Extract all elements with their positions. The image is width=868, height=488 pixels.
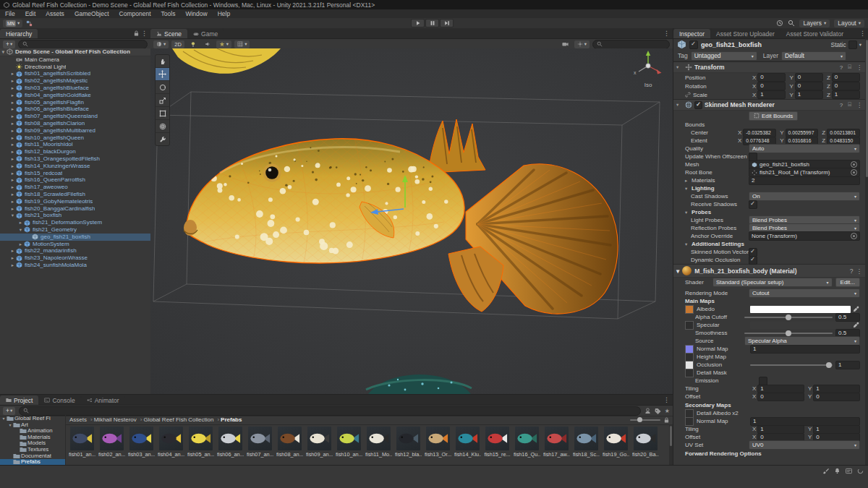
project-asset[interactable]: fish08_an... — [276, 427, 303, 463]
project-folder-item[interactable]: ▾Global Reef Fi — [0, 416, 65, 422]
secondary-normal-texture-thumb[interactable] — [685, 417, 694, 426]
tiling-x-field[interactable]: 1 — [757, 385, 804, 393]
breadcrumb-item[interactable]: Mikhail Nesterov — [94, 416, 142, 423]
expander-icon[interactable]: ▸ — [9, 254, 16, 262]
hierarchy-tree[interactable]: ▾Demo Scene - Global Reef Fish Collectio… — [0, 48, 150, 394]
expander-icon[interactable]: ▸ — [9, 113, 16, 120]
hierarchy-item[interactable]: ▸fish06_angelfishBlueface — [0, 106, 150, 113]
rotation-y-field[interactable]: 0 — [795, 82, 823, 90]
project-folder-tree[interactable]: ▾Global Reef Fi▾ArtAnimationMaterialsMod… — [0, 415, 66, 466]
prefab-thumbnail[interactable] — [604, 427, 628, 450]
offset-x-field[interactable]: 0 — [757, 393, 804, 401]
secondary-tiling-x-field[interactable]: 1 — [757, 425, 804, 434]
project-folder-item[interactable]: Materials — [0, 435, 65, 441]
project-folder-item[interactable]: Models — [0, 440, 65, 447]
project-asset[interactable]: fish13_Or... — [425, 427, 451, 463]
prefab-thumbnail[interactable] — [485, 427, 509, 450]
albedo-color-field[interactable] — [750, 306, 851, 313]
hierarchy-item[interactable]: ▸fish01_angelfishScribbled — [0, 70, 150, 77]
hierarchy-item[interactable]: ▸fish11_MoorishIdol — [0, 141, 150, 148]
expander-icon[interactable]: ▸ — [9, 85, 16, 92]
prefab-thumbnail[interactable] — [218, 427, 242, 450]
prefab-thumbnail[interactable] — [545, 427, 569, 450]
scene-search[interactable] — [592, 40, 670, 49]
scale-z-field[interactable]: 1 — [832, 90, 860, 99]
console-icon[interactable] — [846, 468, 852, 474]
asset-grid[interactable]: fish01_an...fish02_an...fish03_an...fish… — [67, 424, 667, 466]
menu-dots-icon[interactable]: ⋮ — [856, 102, 862, 108]
hierarchy-item[interactable]: ▸fish04_angelfishGoldflake — [0, 92, 150, 99]
alpha-cutoff-slider[interactable] — [744, 317, 833, 318]
menu-tools[interactable]: Tools — [156, 9, 181, 18]
prefab-thumbnail[interactable] — [367, 427, 391, 450]
scene-viewport[interactable]: x Iso — [150, 48, 673, 394]
foldout-icon[interactable]: ▾ — [676, 102, 683, 108]
hierarchy-item[interactable]: ▸fish24_sunfishMolaMola — [0, 262, 150, 269]
scale-tool-icon[interactable] — [156, 94, 169, 107]
presets-icon[interactable]: ⌸ — [848, 101, 851, 108]
menu-help[interactable]: Help — [213, 9, 235, 18]
project-asset[interactable]: fish20_Ba... — [632, 427, 659, 463]
hierarchy-item[interactable]: ▸fish05_angelfishFlagfin — [0, 99, 150, 106]
position-z-field[interactable]: 0 — [832, 73, 860, 82]
expander-icon[interactable]: ▸ — [9, 184, 16, 191]
hierarchy-search[interactable] — [18, 40, 148, 49]
secondary-tiling-y-field[interactable]: 1 — [813, 425, 860, 434]
shader-edit-button[interactable]: Edit... — [835, 278, 860, 287]
project-folder-item[interactable]: ▾Art — [0, 422, 65, 429]
prefab-thumbnail[interactable] — [129, 427, 153, 450]
brush-icon[interactable] — [822, 468, 829, 474]
audio-toggle-icon[interactable] — [202, 40, 213, 48]
hierarchy-item[interactable]: ▸fish23_NapoleonWrasse — [0, 254, 150, 262]
project-asset[interactable]: fish02_an... — [98, 427, 125, 463]
active-checkbox[interactable] — [689, 40, 698, 49]
thumbnail-size-slider[interactable] — [630, 419, 660, 421]
center-y-field[interactable]: 0.00255997 — [786, 129, 819, 137]
hierarchy-item[interactable]: ▸fish17_aweoweo — [0, 184, 150, 191]
project-asset[interactable]: fish05_an... — [187, 427, 214, 463]
expander-icon[interactable]: ▸ — [9, 170, 16, 177]
project-asset[interactable]: fish15_re... — [484, 427, 511, 463]
search-icon[interactable] — [788, 20, 795, 27]
material-header[interactable]: ▾ M_fish_21_boxfish_body (Material) ? ⋮ — [673, 264, 865, 278]
notification-bell-icon[interactable] — [834, 468, 841, 474]
tab-animator[interactable]: Animator — [81, 395, 125, 405]
project-folder-item[interactable]: Animation — [0, 428, 65, 435]
layer-dropdown[interactable]: Default — [781, 51, 846, 61]
expander-icon[interactable]: ▸ — [17, 241, 24, 248]
tag-dropdown[interactable]: Untagged — [691, 51, 757, 61]
materials-row[interactable]: ▸ Materials 2 — [673, 176, 865, 184]
expander-icon[interactable]: ▸ — [9, 70, 16, 77]
lock-icon[interactable] — [134, 30, 139, 36]
tab-inspector[interactable]: Inspector — [673, 29, 710, 38]
expander-icon[interactable]: ▸ — [9, 155, 16, 163]
static-checkbox[interactable] — [848, 40, 857, 49]
chevron-down-icon[interactable]: ▾ — [859, 42, 861, 48]
expander-icon[interactable]: ▸ — [9, 120, 16, 127]
tab-hierarchy[interactable]: Hierarchy — [0, 29, 38, 38]
help-icon[interactable]: ? — [840, 102, 843, 108]
custom-tool-icon[interactable] — [156, 133, 169, 145]
prefab-thumbnail[interactable] — [426, 427, 450, 450]
cast-shadows-dropdown[interactable]: On — [749, 192, 860, 201]
presets-icon[interactable]: ⌸ — [848, 64, 851, 71]
project-asset[interactable]: fish06_an... — [217, 427, 244, 463]
expander-icon[interactable]: ▸ — [9, 205, 16, 213]
center-x-field[interactable]: -0.0325382 — [743, 129, 776, 137]
create-object-button[interactable]: +▾ — [3, 40, 15, 48]
menu-dots-icon[interactable]: ⋮ — [856, 267, 863, 275]
help-icon[interactable]: ? — [840, 64, 843, 71]
hierarchy-item[interactable]: ▸fish16_QueenParrotfish — [0, 176, 150, 184]
expander-icon[interactable]: ▸ — [9, 148, 16, 155]
project-scrollbar[interactable] — [669, 424, 673, 466]
prefab-thumbnail[interactable] — [248, 427, 272, 450]
expander-icon[interactable]: ▸ — [9, 77, 16, 85]
expander-icon[interactable]: ▸ — [9, 262, 16, 269]
normal-map-scale-field[interactable]: 1 — [750, 345, 860, 354]
project-search-input[interactable] — [31, 408, 637, 414]
center-z-field[interactable]: 0.00213801 — [827, 129, 860, 137]
detail-mask-texture-thumb[interactable] — [685, 369, 694, 377]
hierarchy-item[interactable]: ▸fish14_KlunzingerWrasse — [0, 163, 150, 170]
expander-icon[interactable]: ▸ — [9, 127, 16, 134]
expander-icon[interactable]: ▾ — [17, 226, 24, 234]
